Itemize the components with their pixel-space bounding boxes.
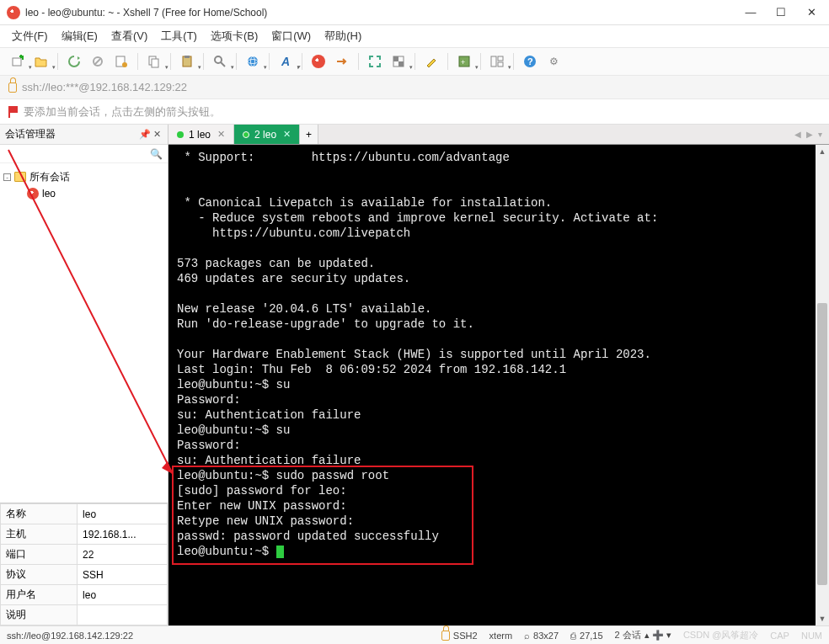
- folder-icon: [14, 172, 26, 182]
- lock-icon: [441, 631, 450, 641]
- scroll-thumb[interactable]: [817, 303, 827, 584]
- separator: [480, 53, 481, 70]
- session-icon: [27, 188, 39, 200]
- help-button[interactable]: ?: [521, 52, 539, 71]
- new-session-button[interactable]: [8, 52, 27, 71]
- prop-row: 用户名leo: [1, 585, 168, 605]
- tab-next-button[interactable]: ▶: [806, 130, 813, 139]
- copy-button[interactable]: [145, 52, 163, 71]
- xagent-button[interactable]: [309, 52, 328, 71]
- globe-button[interactable]: [243, 52, 262, 71]
- tab-nav: ◀ ▶ ▾: [788, 125, 829, 144]
- highlight-button[interactable]: [422, 52, 441, 71]
- status-size: ⌕ 83x27: [524, 631, 559, 641]
- separator: [358, 53, 359, 70]
- tree-item[interactable]: leo: [3, 185, 164, 202]
- tree-item-label: leo: [42, 188, 56, 200]
- status-dot-icon: [177, 131, 184, 138]
- tab-prev-button[interactable]: ◀: [794, 130, 801, 139]
- address-bar[interactable]: ssh://leo:***@192.168.142.129:22: [0, 76, 829, 99]
- session-manager-panel: 会话管理器 📌 ✕ 🔍 - 所有会话 leo 名称leo 主机192.168.1…: [0, 125, 168, 625]
- svg-rect-0: [13, 58, 21, 66]
- lock-icon: [8, 82, 17, 93]
- terminal[interactable]: * Support: https://ubuntu.com/advantage …: [168, 145, 829, 625]
- flag-icon: [8, 106, 19, 118]
- status-num: NUM: [801, 631, 822, 641]
- close-button[interactable]: ✕: [805, 7, 817, 19]
- svg-rect-21: [498, 62, 503, 67]
- session-manager-title: 会话管理器: [5, 127, 139, 141]
- collapse-icon[interactable]: -: [3, 173, 11, 181]
- title-bar: leo - leo@ubuntu: ~ - Xshell 7 (Free for…: [0, 0, 829, 25]
- tab-menu-button[interactable]: ▾: [818, 130, 822, 139]
- layout-button[interactable]: [488, 52, 506, 71]
- svg-point-4: [122, 62, 127, 67]
- session-tree: - 所有会话 leo: [0, 163, 168, 503]
- menu-view[interactable]: 查看(V): [111, 29, 147, 44]
- prop-key: 用户名: [1, 585, 78, 605]
- window-controls: — ☐ ✕: [745, 7, 822, 19]
- prop-row: 端口22: [1, 545, 168, 565]
- menu-edit[interactable]: 编辑(E): [62, 29, 98, 44]
- menu-tools[interactable]: 工具(T): [161, 29, 197, 44]
- reconnect-button[interactable]: [65, 52, 83, 71]
- menu-file[interactable]: 文件(F): [12, 29, 48, 44]
- scroll-up-button[interactable]: ▲: [816, 145, 829, 158]
- disconnect-button[interactable]: [88, 52, 107, 71]
- font-button[interactable]: A: [276, 52, 295, 71]
- main-area: 1 leo ✕ 2 leo ✕ + ◀ ▶ ▾ * Support: https…: [168, 125, 829, 625]
- menu-tab[interactable]: 选项卡(B): [211, 29, 258, 44]
- prop-key: 说明: [1, 605, 78, 625]
- tab-strip: 1 leo ✕ 2 leo ✕ + ◀ ▶ ▾: [168, 125, 829, 145]
- find-button[interactable]: [211, 52, 229, 71]
- prop-row: 主机192.168.1...: [1, 524, 168, 545]
- tab-close-icon[interactable]: ✕: [217, 129, 225, 140]
- properties-button[interactable]: [112, 52, 131, 71]
- search-icon: 🔍: [150, 148, 163, 160]
- script-button[interactable]: +: [455, 52, 473, 71]
- tree-root[interactable]: - 所有会话: [3, 168, 164, 185]
- menu-help[interactable]: 帮助(H): [324, 29, 361, 44]
- maximize-button[interactable]: ☐: [775, 7, 787, 19]
- tab-add-button[interactable]: +: [300, 125, 318, 144]
- status-bar: ssh://leo@192.168.142.129:22 SSH2 xterm …: [0, 625, 829, 644]
- scroll-track[interactable]: [816, 158, 829, 612]
- prop-val: 22: [78, 545, 168, 565]
- separator: [269, 53, 270, 70]
- prop-row: 说明: [1, 605, 168, 625]
- tab-close-icon[interactable]: ✕: [283, 129, 291, 140]
- separator: [203, 53, 204, 70]
- transparency-button[interactable]: [389, 52, 408, 71]
- paste-button[interactable]: [178, 52, 196, 71]
- status-ssh: SSH2: [441, 631, 478, 641]
- prop-key: 主机: [1, 524, 78, 545]
- hint-bar: 要添加当前会话，点击左侧的箭头按钮。: [0, 99, 829, 125]
- status-dot-icon: [243, 131, 249, 138]
- prop-key: 协议: [1, 565, 78, 585]
- menu-window[interactable]: 窗口(W): [271, 29, 311, 44]
- pin-button[interactable]: 📌: [139, 129, 151, 140]
- session-search[interactable]: 🔍: [0, 145, 168, 163]
- scroll-down-button[interactable]: ▼: [816, 612, 829, 625]
- svg-rect-8: [185, 56, 190, 58]
- prop-val: 192.168.1...: [78, 524, 168, 545]
- xftp-button[interactable]: [333, 52, 351, 71]
- window-title: leo - leo@ubuntu: ~ - Xshell 7 (Free for…: [25, 7, 745, 19]
- separator: [447, 53, 448, 70]
- session-manager-header: 会话管理器 📌 ✕: [0, 125, 168, 145]
- separator: [137, 53, 138, 70]
- tab-1[interactable]: 1 leo ✕: [168, 125, 234, 144]
- tab-2[interactable]: 2 leo ✕: [234, 125, 300, 144]
- close-panel-button[interactable]: ✕: [151, 129, 163, 140]
- svg-line-2: [94, 58, 101, 65]
- prop-val: leo: [78, 504, 168, 524]
- open-button[interactable]: [32, 52, 51, 71]
- separator: [302, 53, 302, 70]
- prop-val: [78, 605, 168, 625]
- scrollbar[interactable]: ▲ ▼: [816, 145, 829, 625]
- settings-icon[interactable]: ⚙: [544, 52, 563, 71]
- tree-root-label: 所有会话: [29, 170, 70, 184]
- fullscreen-button[interactable]: [366, 52, 384, 71]
- svg-text:+: +: [461, 58, 465, 67]
- minimize-button[interactable]: —: [745, 7, 757, 19]
